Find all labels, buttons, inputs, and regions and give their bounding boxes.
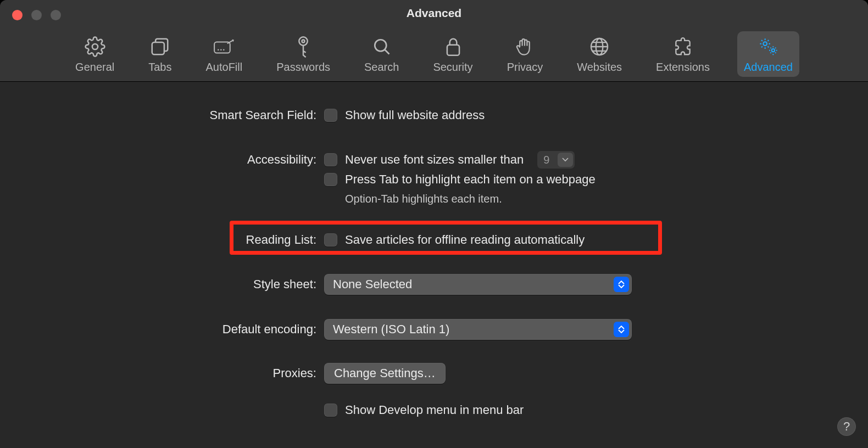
key-icon bbox=[292, 36, 314, 58]
save-offline-checkbox[interactable] bbox=[324, 233, 337, 247]
tab-passwords[interactable]: Passwords bbox=[270, 31, 337, 77]
svg-point-7 bbox=[302, 40, 305, 43]
svg-point-5 bbox=[223, 49, 225, 51]
tab-label: Privacy bbox=[507, 61, 543, 74]
svg-point-3 bbox=[218, 49, 219, 51]
content-area: Smart Search Field: Show full website ad… bbox=[0, 82, 868, 448]
option-tab-hint: Option-Tab highlights each item. bbox=[345, 193, 502, 205]
font-size-value: 9 bbox=[543, 154, 553, 166]
tab-label: Advanced bbox=[744, 61, 793, 74]
font-size-stepper[interactable]: 9 bbox=[537, 150, 575, 169]
tab-label: Websites bbox=[577, 61, 622, 74]
tab-advanced[interactable]: Advanced bbox=[737, 31, 799, 77]
updown-arrows-icon bbox=[614, 322, 629, 337]
proxies-label: Proxies: bbox=[0, 366, 324, 380]
gears-icon bbox=[757, 36, 779, 58]
press-tab-checkbox[interactable] bbox=[324, 173, 337, 186]
change-settings-label: Change Settings… bbox=[334, 366, 436, 380]
tab-label: Passwords bbox=[276, 61, 330, 74]
default-encoding-label: Default encoding: bbox=[0, 322, 324, 337]
never-font-smaller-checkbox[interactable] bbox=[324, 153, 337, 166]
window-title: Advanced bbox=[0, 7, 868, 20]
globe-icon bbox=[588, 36, 610, 58]
press-tab-label: Press Tab to highlight each item on a we… bbox=[345, 172, 596, 187]
preferences-window: Advanced General Tabs AutoFill bbox=[0, 0, 868, 448]
tab-search[interactable]: Search bbox=[358, 31, 405, 77]
show-develop-checkbox[interactable] bbox=[324, 404, 337, 417]
tab-label: Tabs bbox=[148, 61, 171, 74]
tab-websites[interactable]: Websites bbox=[570, 31, 628, 77]
tab-label: Search bbox=[364, 61, 399, 74]
tab-autofill[interactable]: AutoFill bbox=[199, 31, 249, 77]
tabs-icon bbox=[149, 36, 171, 58]
svg-point-13 bbox=[772, 49, 775, 52]
tab-privacy[interactable]: Privacy bbox=[500, 31, 550, 77]
svg-point-12 bbox=[764, 42, 767, 46]
reading-list-label: Reading List: bbox=[0, 233, 324, 247]
hand-icon bbox=[514, 36, 536, 58]
show-full-address-checkbox[interactable] bbox=[324, 109, 337, 122]
tab-extensions[interactable]: Extensions bbox=[649, 31, 716, 77]
svg-point-0 bbox=[92, 44, 98, 49]
puzzle-icon bbox=[672, 36, 694, 58]
toolbar: Advanced General Tabs AutoFill bbox=[0, 0, 868, 82]
style-sheet-popup[interactable]: None Selected bbox=[324, 274, 632, 295]
chevron-down-icon bbox=[558, 153, 573, 167]
smart-search-label: Smart Search Field: bbox=[0, 108, 324, 122]
style-sheet-value: None Selected bbox=[333, 277, 412, 292]
svg-rect-1 bbox=[152, 42, 164, 54]
show-develop-label: Show Develop menu in menu bar bbox=[345, 403, 524, 417]
tab-label: AutoFill bbox=[205, 61, 242, 74]
accessibility-label: Accessibility: bbox=[0, 153, 324, 167]
help-button[interactable]: ? bbox=[837, 417, 856, 436]
tab-security[interactable]: Security bbox=[426, 31, 479, 77]
tab-label: General bbox=[75, 61, 114, 74]
show-full-address-label: Show full website address bbox=[345, 108, 485, 122]
svg-point-6 bbox=[299, 37, 307, 45]
preferences-tab-bar: General Tabs AutoFill Passwords bbox=[0, 31, 868, 77]
updown-arrows-icon bbox=[614, 277, 629, 292]
tab-label: Security bbox=[433, 61, 472, 74]
svg-point-4 bbox=[220, 49, 222, 51]
autofill-icon bbox=[213, 36, 235, 58]
tab-label: Extensions bbox=[656, 61, 710, 74]
gear-icon bbox=[84, 36, 106, 58]
never-font-smaller-label: Never use font sizes smaller than bbox=[345, 153, 524, 167]
tab-tabs[interactable]: Tabs bbox=[142, 31, 178, 77]
change-settings-button[interactable]: Change Settings… bbox=[324, 363, 446, 384]
tab-general[interactable]: General bbox=[69, 31, 121, 77]
lock-icon bbox=[442, 36, 464, 58]
svg-rect-9 bbox=[447, 45, 459, 55]
svg-point-8 bbox=[375, 40, 386, 51]
save-offline-label: Save articles for offline reading automa… bbox=[345, 233, 585, 247]
default-encoding-popup[interactable]: Western (ISO Latin 1) bbox=[324, 319, 632, 340]
default-encoding-value: Western (ISO Latin 1) bbox=[333, 322, 449, 337]
search-icon bbox=[371, 36, 393, 58]
style-sheet-label: Style sheet: bbox=[0, 277, 324, 292]
